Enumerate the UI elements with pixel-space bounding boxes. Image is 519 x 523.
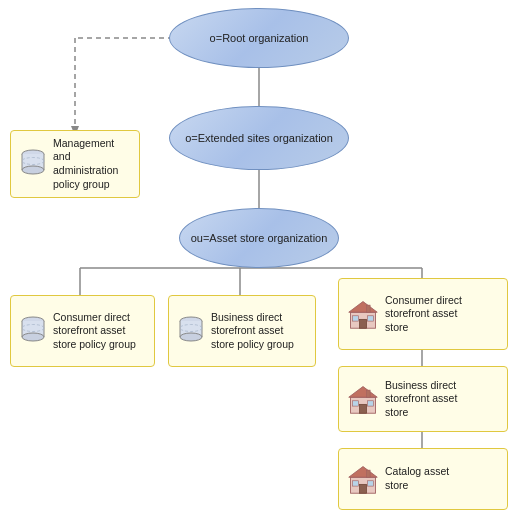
svg-rect-43	[367, 390, 371, 397]
svg-marker-39	[349, 387, 377, 398]
consumer-policy-label: Consumer direct storefront asset store p…	[53, 311, 146, 352]
consumer-store-label: Consumer direct storefront asset store	[385, 294, 499, 335]
svg-rect-42	[367, 401, 373, 406]
svg-rect-49	[367, 470, 371, 477]
svg-rect-40	[359, 404, 366, 413]
consumer-store-box: Consumer direct storefront asset store	[338, 278, 508, 350]
svg-rect-46	[359, 484, 366, 493]
database-icon-3	[177, 315, 205, 347]
root-org-node: o=Root organization	[169, 8, 349, 68]
database-icon-2	[19, 315, 47, 347]
business-store-box: Business direct storefront asset store	[338, 366, 508, 432]
svg-rect-48	[367, 481, 373, 486]
svg-rect-41	[352, 401, 358, 406]
svg-marker-33	[349, 302, 377, 313]
svg-rect-37	[367, 305, 371, 312]
svg-point-28	[180, 333, 202, 341]
svg-point-22	[22, 333, 44, 341]
asset-store-org-node: ou=Asset store organization	[179, 208, 339, 268]
diagram: o=Root organization o=Extended sites org…	[0, 0, 519, 523]
store-icon-2	[347, 383, 379, 415]
catalog-store-label: Catalog asset store	[385, 465, 499, 492]
database-icon	[19, 148, 47, 180]
business-policy-label: Business direct storefront asset store p…	[211, 311, 307, 352]
mgmt-policy-label: Management and administration policy gro…	[53, 137, 131, 192]
store-icon-1	[347, 298, 379, 330]
svg-rect-35	[352, 316, 358, 321]
catalog-store-box: Catalog asset store	[338, 448, 508, 510]
consumer-policy-box: Consumer direct storefront asset store p…	[10, 295, 155, 367]
business-policy-box: Business direct storefront asset store p…	[168, 295, 316, 367]
svg-rect-47	[352, 481, 358, 486]
store-icon-3	[347, 463, 379, 495]
extended-sites-node: o=Extended sites organization	[169, 106, 349, 170]
svg-point-16	[22, 166, 44, 174]
svg-marker-45	[349, 467, 377, 478]
svg-rect-34	[359, 319, 366, 328]
mgmt-policy-box: Management and administration policy gro…	[10, 130, 140, 198]
business-store-label: Business direct storefront asset store	[385, 379, 499, 420]
svg-rect-36	[367, 316, 373, 321]
